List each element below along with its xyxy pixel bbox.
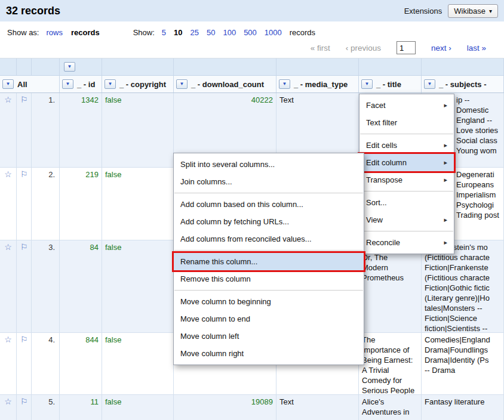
cell-id[interactable]: 1342	[60, 93, 102, 167]
cell-id[interactable]: 11	[60, 395, 102, 420]
flag-icon[interactable]: ⚐	[17, 333, 32, 394]
menu-item-reconcile[interactable]: Reconcile ▸	[359, 234, 454, 251]
page-size-25[interactable]: 25	[190, 28, 198, 37]
row-index: 2.	[32, 168, 60, 240]
download-count-column-dropdown-button[interactable]: ▼	[176, 79, 188, 89]
star-icon[interactable]: ☆	[0, 168, 17, 240]
cell-subjects[interactable]: Comedies|England Drama|Foundlings Drama|…	[422, 333, 504, 394]
menu-item-facet[interactable]: Facet ▸	[359, 97, 454, 114]
cell-copyright[interactable]: false	[102, 395, 174, 420]
extensions-label: Extensions	[404, 7, 442, 16]
page-size-100[interactable]: 100	[223, 28, 236, 37]
page-size-1000[interactable]: 1000	[265, 28, 282, 37]
cell-id[interactable]: 84	[60, 240, 102, 332]
page-number-input[interactable]	[397, 41, 416, 54]
id-column-dropdown-button[interactable]: ▼	[62, 79, 73, 89]
submenu-item-move-beginning[interactable]: Move column to beginning	[174, 293, 364, 310]
menu-separator	[360, 191, 453, 192]
star-icon[interactable]: ☆	[0, 333, 17, 394]
submenu-item-add-column-based[interactable]: Add column based on this column...	[174, 196, 364, 213]
flag-icon[interactable]: ⚐	[17, 93, 32, 167]
menu-item-label: Reconcile	[366, 238, 400, 247]
menu-item-sort[interactable]: Sort...	[359, 194, 454, 211]
submenu-item-split-columns[interactable]: Split into several columns...	[174, 156, 364, 173]
menu-separator	[174, 290, 363, 291]
star-icon[interactable]: ☆	[0, 93, 17, 167]
flag-icon[interactable]: ⚐	[17, 168, 32, 240]
page-size-5[interactable]: 5	[162, 28, 166, 37]
topbar-right: Extensions Wikibase ▾	[404, 4, 498, 18]
title-column-dropdown-button[interactable]: ▼	[361, 79, 373, 89]
row-index: 1.	[32, 93, 60, 167]
submenu-item-remove-column[interactable]: Remove this column	[174, 270, 364, 288]
row-index: 5.	[32, 395, 60, 420]
cell-copyright[interactable]: false	[102, 93, 174, 167]
submenu-item-add-column-fetch-urls[interactable]: Add column by fetching URLs...	[174, 213, 364, 230]
header-label: All	[17, 80, 27, 89]
column-group-dropdown-button[interactable]: ▼	[64, 62, 75, 72]
cell-id[interactable]: 219	[60, 168, 102, 240]
submenu-item-rename-column[interactable]: Rename this column...	[174, 253, 364, 270]
star-icon[interactable]: ☆	[0, 395, 17, 420]
menu-item-label: Join columns...	[180, 177, 232, 186]
cell-copyright[interactable]: false	[102, 333, 174, 394]
cell-title[interactable]: The Importance of Being Earnest: A Trivi…	[359, 333, 422, 394]
menu-item-label: Edit column	[366, 158, 407, 167]
wikibase-menu-button[interactable]: Wikibase ▾	[448, 4, 498, 18]
submenu-arrow-icon: ▸	[444, 101, 447, 109]
dropdown-icon: ▼	[282, 82, 287, 87]
flag-glyph: ⚐	[20, 335, 28, 344]
star-glyph: ☆	[4, 95, 12, 104]
menu-item-edit-cells[interactable]: Edit cells ▸	[359, 137, 454, 154]
menu-item-view[interactable]: View ▸	[359, 211, 454, 228]
page-size-50[interactable]: 50	[207, 28, 215, 37]
star-glyph: ☆	[4, 169, 12, 179]
cell-download-count[interactable]: 19089	[174, 395, 276, 420]
openrefine-app: 32 records Extensions Wikibase ▾ Show as…	[0, 0, 504, 420]
show-as-records-option[interactable]: records	[71, 28, 100, 37]
flag-icon[interactable]: ⚐	[17, 395, 32, 420]
media-type-column-dropdown-button[interactable]: ▼	[279, 79, 290, 89]
last-page-link[interactable]: last »	[467, 44, 486, 52]
subjects-column-dropdown-button[interactable]: ▼	[424, 79, 435, 89]
all-column-dropdown-button[interactable]: ▼	[2, 79, 14, 89]
menu-item-label: Add column based on this column...	[180, 200, 303, 209]
copyright-column-dropdown-button[interactable]: ▼	[105, 79, 116, 89]
submenu-item-move-end[interactable]: Move column to end	[174, 310, 364, 328]
menu-item-edit-column[interactable]: Edit column ▸	[359, 154, 454, 171]
cell-copyright[interactable]: false	[102, 240, 174, 332]
pagination: « first ‹ previous next › last »	[7, 39, 504, 56]
records-suffix-label: records	[290, 28, 315, 37]
cell-title[interactable]: Alice's Adventures in	[359, 395, 422, 420]
submenu-item-move-right[interactable]: Move column right	[174, 345, 364, 362]
star-icon[interactable]: ☆	[0, 240, 17, 332]
show-as-label: Show as:	[7, 28, 39, 37]
page-size-10[interactable]: 10	[174, 28, 182, 37]
submenu-item-join-columns[interactable]: Join columns...	[174, 173, 364, 190]
menu-item-text-filter[interactable]: Text filter	[359, 114, 454, 131]
submenu-item-add-columns-reconciled[interactable]: Add columns from reconciled values...	[174, 230, 364, 248]
menu-separator	[174, 250, 363, 251]
caret-down-icon: ▾	[489, 8, 492, 14]
first-page-link: « first	[311, 44, 330, 52]
show-as-rows-link[interactable]: rows	[46, 28, 62, 37]
menu-item-transpose[interactable]: Transpose ▸	[359, 171, 454, 189]
page-size-500[interactable]: 500	[244, 28, 257, 37]
flag-icon[interactable]: ⚐	[17, 240, 32, 332]
cell-media-type[interactable]: Text	[276, 395, 359, 420]
cell-id[interactable]: 844	[60, 333, 102, 394]
cell-subjects[interactable]: Frankenstein's mo (Fictitious characte F…	[422, 240, 504, 332]
menu-item-label: Add columns from reconciled values...	[180, 234, 312, 243]
dropdown-icon: ▼	[67, 64, 72, 69]
submenu-item-move-left[interactable]: Move column left	[174, 328, 364, 345]
menu-separator	[174, 193, 363, 193]
cell-copyright[interactable]: false	[102, 168, 174, 240]
header-media-type: ▼ _ - media_type	[276, 76, 359, 92]
cell-title[interactable]: Frankenstein; Or, The Modern Prometheus	[359, 240, 422, 332]
group-cell	[359, 58, 422, 75]
header-label: _ - id	[77, 80, 95, 89]
next-page-link[interactable]: next ›	[431, 44, 451, 52]
cell-subjects[interactable]: Fantasy literature	[422, 395, 504, 420]
star-glyph: ☆	[4, 242, 12, 252]
menu-item-label: Move column left	[180, 332, 239, 341]
